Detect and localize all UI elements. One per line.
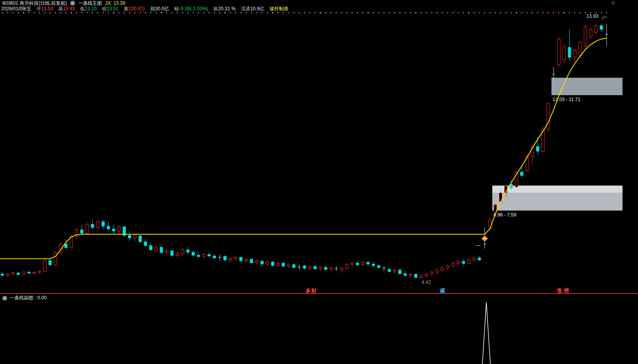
signal-caption: 多财 [306, 287, 317, 294]
signal-caption: 减 [440, 287, 445, 294]
sub-indicator-collapse-icon[interactable]: ‹ [2, 296, 7, 301]
quote-field: 玻纤制造 [270, 6, 289, 12]
quote-bar: 2026/01/09/五开13.53高13.93低13.10收13.51量220… [1, 6, 289, 12]
main-chart-canvas[interactable]: 13.03 - 11.717.68 - 7.856.96 - 7.5913.93… [0, 0, 638, 293]
quote-field: 流通10.9亿 [241, 6, 264, 12]
quote-field: 2026/01/09/五 [1, 6, 31, 12]
sub-chart-canvas[interactable] [0, 294, 638, 364]
sub-signal-spike [482, 302, 490, 364]
candlestick-series [1, 24, 608, 279]
high-pointer-mark [603, 17, 607, 20]
quote-field: 量220.9万 [124, 6, 145, 12]
svg-text:6.96 - 7.59: 6.96 - 7.59 [493, 212, 517, 218]
high-price-label: 13.93 [586, 13, 598, 19]
panel-divider[interactable] [0, 293, 638, 294]
quote-field: 开13.53 [36, 6, 53, 12]
chart-header: 603601 再升科技(日线.前复权) ‹ 一条线主图 JX: 13.39 [2, 0, 125, 6]
signal-caption: 涨 榜 [557, 287, 570, 294]
quote-field: 高13.93 [58, 6, 75, 12]
dash-marker: 一 [476, 243, 481, 249]
sub-indicator-name[interactable]: 一条线副图 : 0.00 [10, 295, 46, 301]
quote-field: 收13.51 [102, 6, 119, 12]
tdx-chart-window: 13.03 - 11.717.68 - 7.856.96 - 7.5913.93… [0, 0, 638, 364]
quote-field: 幅-0.28(-2.03%) [174, 6, 208, 12]
sub-chart-header: ‹ 一条线副图 : 0.00 [2, 295, 46, 301]
jx-value: JX: 13.39 [105, 0, 125, 6]
quote-field: 额30.0亿 [150, 6, 169, 12]
indicator-collapse-icon[interactable]: ‹ [70, 1, 75, 6]
quote-field: 换20.31 % [213, 6, 235, 12]
diamond-marker [482, 236, 488, 241]
low-price-label: 4.42 [422, 280, 431, 285]
quote-field: 低13.10 [80, 6, 96, 12]
corner-diamond-icon[interactable]: ◇ [611, 0, 615, 5]
